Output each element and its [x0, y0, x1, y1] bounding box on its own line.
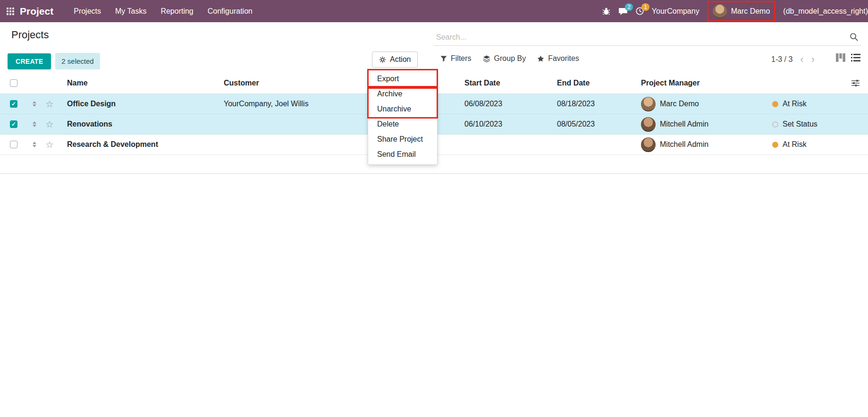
control-panel-top: Projects: [0, 22, 868, 45]
row-checkbox[interactable]: [10, 100, 17, 108]
drag-handle-icon[interactable]: [27, 101, 42, 107]
pager-next-button[interactable]: [811, 56, 815, 63]
optional-columns-icon[interactable]: [845, 79, 868, 87]
project-manager-cell: Marc Demo: [641, 97, 772, 111]
selected-count-badge[interactable]: 2 selected: [55, 53, 100, 69]
search-icon[interactable]: [850, 33, 859, 42]
user-avatar: [713, 4, 727, 18]
status-label: At Risk: [783, 140, 807, 149]
pager-previous-button[interactable]: [800, 56, 803, 63]
menu-reporting[interactable]: Reporting: [153, 0, 200, 22]
drag-handle-icon[interactable]: [27, 142, 42, 147]
project-end-date: 08/05/2023: [557, 120, 641, 128]
manager-name: Mitchell Admin: [660, 140, 708, 149]
action-menu-item-delete[interactable]: Delete: [368, 117, 437, 132]
status-dot-icon: [772, 142, 778, 148]
pager-range: 1-3 / 3: [771, 55, 792, 64]
project-manager-cell: Mitchell Admin: [641, 117, 772, 132]
create-button[interactable]: CREATE: [8, 53, 51, 69]
database-label: (db_model_access_right): [783, 7, 868, 16]
action-menu-item-send-email[interactable]: Send Email: [368, 147, 437, 162]
project-name: Renovations: [58, 120, 224, 128]
filter-funnel-icon: [440, 56, 447, 62]
menu-configuration[interactable]: Configuration: [201, 0, 260, 22]
messages-badge: 2: [625, 3, 633, 11]
status-dot-icon: [772, 101, 778, 107]
project-start-date: 06/08/2023: [464, 100, 557, 108]
manager-avatar: [641, 97, 656, 111]
project-status-cell[interactable]: At Risk: [772, 100, 868, 108]
project-name: Office Design: [58, 100, 224, 108]
project-name: Research & Development: [58, 140, 224, 149]
group-by-label: Group By: [494, 54, 526, 63]
action-menu-item-share-project[interactable]: Share Project: [368, 132, 437, 147]
manager-avatar: [641, 117, 656, 132]
favorites-button[interactable]: Favorites: [537, 54, 579, 63]
messages-icon[interactable]: 2: [618, 7, 628, 16]
manager-name: Mitchell Admin: [660, 120, 708, 128]
project-start-date: 06/10/2023: [464, 120, 557, 128]
manager-name: Marc Demo: [660, 100, 699, 108]
action-dropdown-button[interactable]: Action: [372, 51, 418, 68]
activities-badge: 1: [641, 3, 649, 11]
apps-grid-icon[interactable]: [7, 8, 14, 15]
header-project-manager[interactable]: Project Manager: [641, 79, 772, 87]
header-end-date[interactable]: End Date: [557, 79, 641, 87]
gear-icon: [379, 56, 386, 63]
favorite-star-icon[interactable]: [42, 119, 58, 130]
debug-bug-icon[interactable]: [602, 7, 611, 16]
search-bar[interactable]: [433, 29, 861, 46]
app-name[interactable]: Project: [20, 6, 53, 17]
project-manager-cell: Mitchell Admin: [641, 137, 772, 152]
list-view-button[interactable]: [851, 53, 860, 62]
header-start-date[interactable]: Start Date: [464, 79, 557, 87]
favorites-star-icon: [537, 55, 544, 62]
filters-label: Filters: [451, 54, 472, 63]
drag-handle-icon[interactable]: [27, 121, 42, 127]
action-dropdown-menu: Export Archive Unarchive Delete Share Pr…: [368, 69, 438, 165]
project-status-cell[interactable]: Set Status: [772, 120, 868, 128]
project-status-cell[interactable]: At Risk: [772, 140, 868, 149]
favorites-label: Favorites: [548, 54, 579, 63]
favorite-star-icon[interactable]: [42, 99, 58, 110]
action-menu-item-export[interactable]: Export: [368, 71, 437, 86]
breadcrumb[interactable]: Projects: [11, 29, 49, 41]
layers-icon: [483, 55, 490, 62]
user-name: Marc Demo: [731, 7, 770, 16]
kanban-view-button[interactable]: [836, 53, 845, 62]
header-name[interactable]: Name: [58, 79, 224, 87]
project-end-date: 08/18/2023: [557, 100, 641, 108]
group-by-button[interactable]: Group By: [483, 54, 526, 63]
company-switcher[interactable]: YourCompany: [652, 7, 699, 16]
menu-projects[interactable]: Projects: [67, 0, 108, 22]
user-menu[interactable]: Marc Demo: [707, 1, 776, 22]
status-label: At Risk: [783, 100, 807, 108]
view-switcher: [836, 53, 860, 62]
status-dot-icon: [772, 121, 778, 128]
favorite-star-icon[interactable]: [42, 139, 58, 150]
menu-my-tasks[interactable]: My Tasks: [108, 0, 153, 22]
pager: 1-3 / 3: [771, 55, 815, 64]
status-label: Set Status: [783, 120, 817, 128]
control-panel-buttons: CREATE 2 selected Action Filters: [0, 45, 868, 72]
select-all-checkbox[interactable]: [10, 79, 17, 87]
row-checkbox[interactable]: [10, 141, 17, 148]
search-input[interactable]: [436, 33, 850, 42]
row-checkbox[interactable]: [10, 120, 17, 128]
manager-avatar: [641, 137, 656, 152]
action-menu-item-unarchive[interactable]: Unarchive: [368, 102, 437, 117]
action-button-label: Action: [390, 55, 411, 64]
top-navbar: Project Projects My Tasks Reporting Conf…: [0, 0, 868, 22]
filters-button[interactable]: Filters: [440, 54, 472, 63]
activities-clock-icon[interactable]: 1: [635, 7, 644, 16]
action-menu-item-archive[interactable]: Archive: [368, 86, 437, 102]
